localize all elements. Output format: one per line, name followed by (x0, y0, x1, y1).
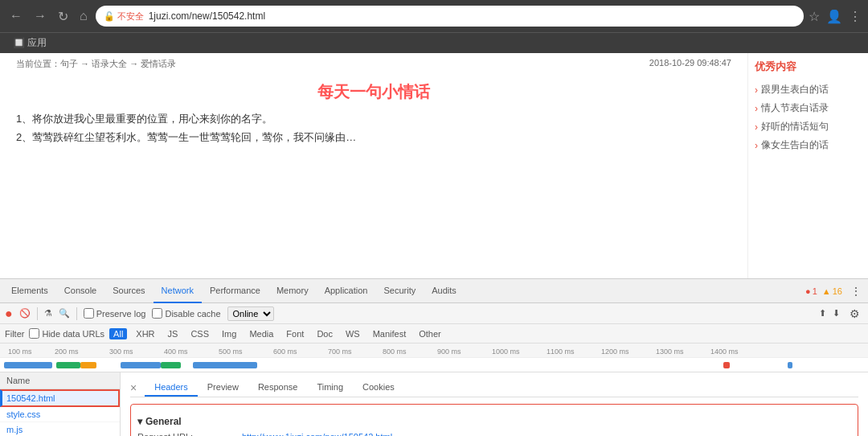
tick-200ms: 200 ms (55, 348, 79, 356)
subtab-response[interactable]: Response (248, 379, 308, 397)
network-settings-icon[interactable]: ⚙ (846, 306, 863, 322)
subtab-timing[interactable]: Timing (307, 379, 353, 397)
sidebar-item-3[interactable]: 像女生告白的话 (755, 136, 862, 154)
refresh-button[interactable]: ↻ (55, 7, 72, 26)
tbar-3 (80, 362, 96, 368)
devtools-tab-bar: Elements Console Sources Network Perform… (0, 279, 868, 303)
tbar-8 (788, 362, 792, 368)
sidebar-item-1[interactable]: 情人节表白话录 (755, 99, 862, 117)
general-section-title[interactable]: ▾ General (137, 416, 851, 427)
sidebar-title: 优秀内容 (755, 60, 862, 74)
close-detail-button[interactable]: × (130, 381, 137, 394)
error-badge: ● 1 (805, 286, 817, 296)
timeline[interactable]: 100 ms 200 ms 300 ms 400 ms 500 ms 600 m… (0, 343, 868, 372)
filter-ws[interactable]: WS (342, 328, 364, 339)
detail-panel: × Headers Preview Response Timing Cookie… (121, 372, 868, 436)
subtab-preview[interactable]: Preview (198, 379, 248, 397)
tab-elements[interactable]: Elements (3, 279, 56, 303)
sub-tabs: × Headers Preview Response Timing Cookie… (130, 379, 858, 397)
main-panel: Name 150542.html style.css m.js h.js log… (0, 372, 868, 436)
filter-manifest[interactable]: Manifest (369, 328, 411, 339)
tbar-5 (161, 362, 181, 368)
hide-data-urls-checkbox[interactable] (29, 328, 39, 339)
warn-count: 16 (833, 286, 842, 296)
page-timestamp: 2018-10-29 09:48:47 (649, 58, 731, 75)
menu-icon[interactable]: ⋮ (849, 9, 862, 24)
subtab-headers[interactable]: Headers (145, 379, 198, 397)
filter-all[interactable]: All (109, 328, 127, 339)
tab-audits[interactable]: Audits (424, 279, 465, 303)
star-icon[interactable]: ☆ (809, 9, 820, 24)
filter-css[interactable]: CSS (186, 328, 213, 339)
preserve-log-label: Preserve log (96, 309, 146, 319)
devtools: Elements Console Sources Network Perform… (0, 278, 868, 436)
web-content-area: 当前位置：句子 → 语录大全 → 爱情话录 2018-10-29 09:48:4… (0, 53, 868, 278)
error-icon: ● (805, 286, 811, 296)
throttle-select[interactable]: Online (227, 306, 274, 321)
page-content: 1、将你放进我心里最重要的位置，用心来刻你的名字。 2、莺莺跌碎红尘望苍利水。莺… (16, 109, 731, 147)
general-section-box: ▾ General Request URL: http://www.1juzi.… (130, 404, 858, 436)
apps-bookmark[interactable]: 🔲 应用 (8, 35, 51, 51)
filter-img[interactable]: Img (218, 328, 240, 339)
preserve-log-checkbox[interactable] (84, 308, 94, 319)
record-button[interactable]: ● (5, 306, 13, 321)
warn-badge: ▲ 16 (822, 286, 842, 296)
profile-icon[interactable]: 👤 (826, 9, 842, 24)
file-item-1[interactable]: style.css (0, 407, 120, 422)
address-bar[interactable]: 🔓 不安全 1juzi.com/new/150542.html (96, 6, 804, 27)
devtools-right-toolbar: ● 1 ▲ 16 ⋮ (805, 283, 865, 299)
filter-bar: Filter Hide data URLs All XHR JS CSS Img… (0, 324, 868, 343)
general-label: General (145, 416, 182, 427)
back-button[interactable]: ← (6, 7, 26, 25)
export-button[interactable]: ⬇ (833, 308, 840, 319)
tab-security[interactable]: Security (375, 279, 424, 303)
filter-label: Filter (5, 329, 24, 339)
filter-js[interactable]: JS (164, 328, 182, 339)
request-url-val[interactable]: http://www.1juzi.com/new/150542.html (242, 432, 392, 436)
tbar-4 (121, 362, 161, 368)
hide-data-urls-label[interactable]: Hide data URLs (29, 328, 104, 339)
name-column-header: Name (6, 376, 30, 385)
timeline-bars (0, 358, 868, 372)
filter-doc[interactable]: Doc (313, 328, 337, 339)
sidebar: 优秀内容 跟男生表白的话 情人节表白话录 好听的情话短句 像女生告白的话 (747, 53, 868, 278)
file-item-0[interactable]: 150542.html (0, 389, 120, 407)
filter-other[interactable]: Other (415, 328, 445, 339)
tab-network[interactable]: Network (154, 279, 202, 303)
tab-console[interactable]: Console (56, 279, 104, 303)
tab-sources[interactable]: Sources (104, 279, 153, 303)
clear-button[interactable]: 🚫 (19, 308, 31, 319)
filter-media[interactable]: Media (245, 328, 277, 339)
filter-font[interactable]: Font (282, 328, 308, 339)
filter-xhr[interactable]: XHR (132, 328, 158, 339)
request-url-key: Request URL: (137, 432, 242, 436)
subtab-cookies[interactable]: Cookies (353, 379, 404, 397)
tbar-1 (4, 362, 52, 368)
lock-icon: 🔓 (104, 11, 115, 22)
home-button[interactable]: ⌂ (76, 7, 91, 25)
sidebar-item-0[interactable]: 跟男生表白的话 (755, 80, 862, 99)
forward-button[interactable]: → (31, 7, 50, 25)
file-item-2[interactable]: m.js (0, 422, 120, 436)
filter-icon[interactable]: ⚗ (44, 308, 52, 319)
search-icon[interactable]: 🔍 (59, 308, 70, 319)
tick-1000ms: 1000 ms (492, 348, 520, 356)
tbar-6 (193, 362, 257, 368)
content-line-2: 2、莺莺跌碎红尘望苍利水。莺莺一生一世莺莺轮回，莺你，我不问缘由… (16, 128, 731, 146)
tab-application[interactable]: Application (317, 279, 376, 303)
tick-100ms: 100 ms (8, 348, 32, 356)
url-text: 1juzi.com/new/150542.html (149, 10, 796, 22)
tbar-2 (56, 362, 80, 368)
import-button[interactable]: ⬆ (819, 308, 826, 319)
tick-1200ms: 1200 ms (601, 348, 629, 356)
timeline-ruler: 100 ms 200 ms 300 ms 400 ms 500 ms 600 m… (0, 343, 868, 358)
warn-icon: ▲ (822, 286, 831, 296)
devtools-settings-icon[interactable]: ⋮ (847, 283, 865, 299)
preserve-log-checkbox-label[interactable]: Preserve log (84, 308, 146, 319)
tab-memory[interactable]: Memory (268, 279, 317, 303)
tab-performance[interactable]: Performance (202, 279, 268, 303)
tick-1300ms: 1300 ms (656, 348, 684, 356)
disable-cache-checkbox-label[interactable]: Disable cache (152, 308, 220, 319)
disable-cache-checkbox[interactable] (152, 308, 162, 319)
sidebar-item-2[interactable]: 好听的情话短句 (755, 117, 862, 136)
